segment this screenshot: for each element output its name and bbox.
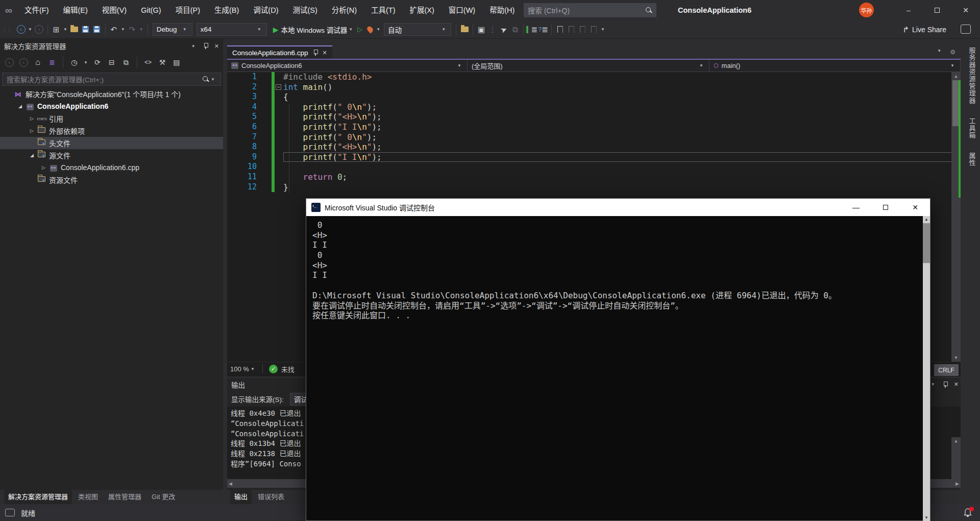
find-in-files-button[interactable] [459, 23, 470, 36]
tree-row-0[interactable]: ⋈解决方案"ConsoleApplication6"(1 个项目/共 1 个) [0, 88, 223, 100]
health-indicator-label[interactable]: 未找 [281, 364, 295, 374]
tree-row-2[interactable]: ▷▭▭引用 [0, 112, 223, 125]
code-line[interactable]: 8 printf("<H>\n"); [227, 142, 961, 152]
properties-pages-icon[interactable]: ⧉ [120, 56, 132, 69]
save-all-button[interactable] [91, 23, 103, 36]
code-text[interactable]: printf("I I\n"); [283, 152, 959, 162]
switch-views-icon[interactable]: ≣ [46, 56, 58, 69]
undo-button[interactable]: ↶ [108, 23, 119, 36]
notifications-bell-icon[interactable] [963, 508, 973, 518]
fold-margin[interactable]: − [275, 82, 283, 92]
close-tab-icon[interactable]: ✕ [323, 50, 327, 56]
solution-explorer-search-box[interactable]: 搜索解决方案资源管理器(Ctrl+;) ▼ [2, 73, 221, 86]
copy-button[interactable]: ⧉ [509, 23, 521, 36]
tree-row-1[interactable]: ◢++ConsoleApplication6 [0, 100, 223, 112]
close-panel-icon[interactable]: ✕ [954, 381, 959, 388]
start-debug-dropdown-icon[interactable]: ▼ [349, 27, 353, 32]
view-code-icon[interactable]: <> [142, 56, 154, 69]
code-line[interactable]: 11 return 0; [227, 172, 961, 182]
tree-row-7[interactable]: ▼资源文件 [0, 174, 223, 186]
menu-item-9[interactable]: 工具(T) [364, 0, 403, 20]
open-folder-button[interactable] [69, 23, 80, 36]
toolbar-grip[interactable]: ⋮⋮ [2, 27, 12, 32]
scroll-right-icon[interactable]: ▶ [955, 481, 959, 486]
toolbar-overflow-icon[interactable]: ▼ [601, 27, 605, 32]
scroll-up-icon[interactable]: ▲ [923, 217, 930, 222]
code-text[interactable]: printf(" 0\n"); [283, 132, 961, 143]
tree-row-4[interactable]: ▼头文件 [0, 137, 223, 149]
menu-item-11[interactable]: 窗口(W) [442, 0, 482, 20]
background-tasks-icon[interactable] [5, 509, 15, 516]
tree-row-3[interactable]: ▷外部依赖项 [0, 125, 223, 137]
side-tab-1[interactable]: 工具箱 [967, 117, 977, 139]
left-tab-0[interactable]: 解决方案资源管理器 [4, 490, 72, 504]
menu-item-3[interactable]: Git(G) [134, 0, 168, 20]
fold-collapse-icon[interactable]: − [276, 84, 281, 90]
scroll-down-icon[interactable]: ▼ [923, 515, 930, 520]
side-tab-0[interactable]: 服务器资源管理器 [967, 47, 977, 104]
user-avatar[interactable]: 华孙 [859, 3, 874, 17]
tree-row-6[interactable]: ▷++ConsoleApplication6.cpp [0, 161, 223, 174]
console-close-button[interactable]: ✕ [900, 199, 930, 216]
comment-lines-button[interactable]: ?≣ [537, 23, 549, 36]
bottom-tab-1[interactable]: 错误列表 [254, 490, 288, 504]
code-line[interactable]: 7 printf(" 0\n"); [227, 132, 961, 143]
quick-search-box[interactable]: 搜索 (Ctrl+Q) [524, 3, 656, 17]
search-options-icon[interactable]: ▼ [211, 77, 215, 82]
filter-dropdown-icon[interactable]: ▼ [84, 60, 88, 65]
code-text[interactable]: printf("I I\n"); [283, 122, 961, 132]
pin-icon[interactable] [203, 43, 208, 49]
feedback-icon[interactable] [961, 25, 971, 34]
code-line[interactable]: 4 printf(" 0\n"); [227, 102, 961, 112]
sync-with-active-document-icon[interactable]: ⟳ [91, 56, 104, 69]
console-scrollbar[interactable]: ▲ ▼ [923, 216, 930, 521]
scrollbar-thumb[interactable] [923, 223, 930, 263]
attach-dropdown[interactable]: 自动▼ [384, 23, 451, 36]
menu-item-6[interactable]: 调试(D) [246, 0, 285, 20]
line-ending-indicator[interactable]: CRLF [934, 364, 959, 376]
code-line[interactable]: 2−int main() [227, 82, 961, 92]
code-line[interactable]: 6 printf("I I\n"); [227, 122, 961, 132]
code-text[interactable]: int main() [283, 82, 961, 92]
tree-row-5[interactable]: ◢▼源文件 [0, 149, 223, 161]
indent-lines-button[interactable]: ▍≣ [526, 23, 537, 36]
code-text[interactable] [283, 162, 961, 172]
console-output-text[interactable]: 0<H>I I 0<H>I I D:\Microsoft Visual Stud… [306, 216, 930, 520]
forward-icon[interactable]: › [17, 56, 30, 69]
scroll-down-icon[interactable]: ▼ [951, 355, 961, 360]
code-line[interactable]: 5 printf("<H>\n"); [227, 112, 961, 122]
left-tab-1[interactable]: 类视图 [74, 490, 102, 504]
code-text[interactable]: #include <stdio.h> [283, 72, 961, 82]
start-without-debug-button[interactable]: ▷ [357, 26, 362, 33]
scope-dropdown[interactable]: (全局范围) ▼ [468, 60, 709, 72]
panel-menu-icon[interactable]: ▼ [931, 382, 935, 387]
left-tab-3[interactable]: Git 更改 [148, 490, 179, 504]
collapsed-arrow-icon[interactable]: ▷ [39, 165, 48, 170]
scroll-up-icon[interactable]: ▲ [951, 438, 961, 443]
code-text[interactable]: return 0; [283, 172, 961, 182]
menu-item-2[interactable]: 视图(V) [95, 0, 134, 20]
code-text[interactable]: printf(" 0\n"); [283, 102, 961, 112]
console-minimize-button[interactable]: — [841, 199, 871, 216]
pin-icon[interactable] [943, 382, 948, 388]
home-icon[interactable]: ⌂ [32, 56, 44, 69]
bookmark-button[interactable] [554, 23, 566, 36]
scroll-left-icon[interactable]: ◀ [229, 481, 232, 486]
code-text[interactable]: { [283, 92, 961, 102]
hot-reload-dropdown-icon[interactable]: ▼ [376, 27, 380, 32]
menu-item-5[interactable]: 生成(B) [207, 0, 246, 20]
navigate-forward-button[interactable]: › [34, 23, 45, 36]
pin-icon[interactable] [313, 50, 318, 56]
menu-item-7[interactable]: 测试(S) [286, 0, 325, 20]
gear-icon[interactable]: ⚙ [950, 49, 955, 56]
code-line[interactable]: 10 [227, 162, 961, 172]
bottom-tab-0[interactable]: 输出 [230, 490, 252, 504]
redo-button[interactable]: ↷ [127, 23, 138, 36]
start-debug-button[interactable]: 本地 Windows 调试器 [281, 25, 347, 35]
code-line[interactable]: 12} [227, 182, 961, 193]
new-project-button[interactable]: ⊞ [51, 23, 62, 36]
console-title-bar[interactable]: Microsoft Visual Studio 调试控制台 — ✕ [306, 199, 930, 216]
minimize-button[interactable]: – [894, 0, 923, 20]
menu-item-12[interactable]: 帮助(H) [482, 0, 522, 20]
live-share-button[interactable]: ↱ Live Share [902, 20, 946, 39]
